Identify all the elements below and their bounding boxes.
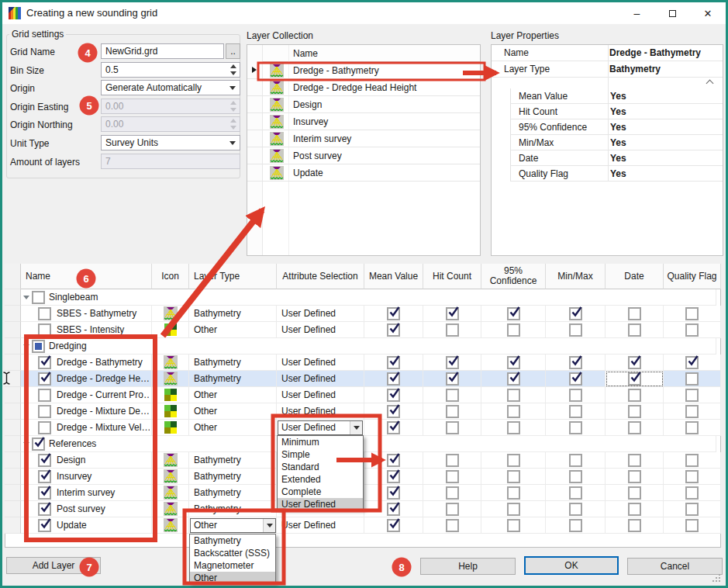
- attribute-checkbox-unchecked[interactable]: [628, 470, 641, 483]
- column-header-mean-value[interactable]: Mean Value: [364, 264, 423, 289]
- attribute-checkbox-unchecked[interactable]: [507, 503, 520, 516]
- attribute-checkbox-unchecked[interactable]: [446, 470, 459, 483]
- table-group-row-singlebeam[interactable]: Singlebeam: [21, 289, 716, 306]
- table-cell-mean-value[interactable]: [364, 517, 423, 534]
- table-cell-date[interactable]: [606, 306, 664, 322]
- table-cell-name[interactable]: Design: [21, 452, 152, 469]
- attribute-checkbox-unchecked[interactable]: [507, 421, 520, 434]
- table-cell-layer-type[interactable]: Bathymetry: [189, 501, 277, 517]
- table-row-header[interactable]: [5, 387, 21, 403]
- collection-row[interactable]: Insurvey: [247, 113, 480, 130]
- table-row-header[interactable]: [5, 322, 21, 338]
- table-cell-layer-type[interactable]: Bathymetry: [189, 469, 277, 485]
- table-row-header[interactable]: [5, 452, 21, 469]
- group-checkbox-unchecked[interactable]: [32, 291, 45, 304]
- attribute-checkbox-unchecked[interactable]: [446, 421, 459, 434]
- row-checkbox-checked[interactable]: [38, 503, 51, 516]
- attribute-checkbox-checked[interactable]: [446, 356, 459, 369]
- attribute-checkbox-unchecked[interactable]: [569, 323, 582, 337]
- collapse-button[interactable]: [707, 81, 716, 88]
- layer-type-combo-dropdown-button[interactable]: [263, 519, 275, 532]
- row-checkbox-unchecked[interactable]: [38, 421, 51, 434]
- cancel-button[interactable]: Cancel: [627, 558, 723, 575]
- table-cell-quality-flag[interactable]: [664, 469, 721, 485]
- table-cell-attribute-selection[interactable]: User Defined: [277, 517, 364, 534]
- attribute-checkbox-unchecked[interactable]: [507, 486, 520, 500]
- row-checkbox-checked[interactable]: [38, 454, 51, 467]
- help-button[interactable]: Help: [420, 558, 516, 575]
- row-checkbox-checked[interactable]: [38, 372, 51, 386]
- attribute-selection-list-option-complete[interactable]: Complete: [278, 486, 363, 498]
- table-cell-attribute-selection[interactable]: User Defined: [277, 403, 364, 420]
- table-cell-95-confidence[interactable]: [481, 371, 546, 387]
- attribute-checkbox-checked[interactable]: [569, 356, 582, 369]
- attribute-checkbox-unchecked[interactable]: [685, 503, 699, 516]
- row-checkbox-checked[interactable]: [38, 519, 51, 532]
- attribute-checkbox-checked[interactable]: [387, 405, 400, 418]
- table-row-header[interactable]: [5, 306, 21, 322]
- row-checkbox-unchecked[interactable]: [38, 389, 51, 402]
- table-row-header[interactable]: [5, 338, 21, 355]
- table-cell-min-max[interactable]: [546, 469, 606, 485]
- add-layer-button[interactable]: Add Layer: [6, 557, 101, 574]
- table-cell-name[interactable]: Post survey: [21, 501, 152, 517]
- attribute-checkbox-unchecked[interactable]: [628, 503, 641, 516]
- attribute-checkbox-unchecked[interactable]: [628, 454, 641, 467]
- attribute-checkbox-unchecked[interactable]: [685, 519, 699, 532]
- table-cell-name[interactable]: Update: [21, 517, 152, 534]
- table-cell-date[interactable]: [606, 452, 664, 469]
- table-cell-hit-count[interactable]: [423, 485, 481, 501]
- attribute-checkbox-unchecked[interactable]: [507, 470, 520, 483]
- table-cell-min-max[interactable]: [546, 501, 606, 517]
- attribute-checkbox-unchecked[interactable]: [446, 519, 459, 532]
- attribute-checkbox-unchecked[interactable]: [446, 486, 459, 500]
- attribute-checkbox-unchecked[interactable]: [628, 389, 641, 402]
- column-header-95-confidence[interactable]: 95% Confidence: [481, 264, 546, 289]
- unit-type-dropdown-button[interactable]: [226, 141, 240, 145]
- table-cell-quality-flag[interactable]: [664, 387, 721, 403]
- attribute-checkbox-checked[interactable]: [387, 454, 400, 467]
- table-cell-min-max[interactable]: [546, 322, 606, 338]
- row-checkbox-unchecked[interactable]: [38, 405, 51, 418]
- table-cell-quality-flag[interactable]: [664, 371, 721, 387]
- column-header-name[interactable]: Name: [21, 264, 152, 289]
- attribute-checkbox-unchecked[interactable]: [507, 323, 520, 337]
- table-cell-hit-count[interactable]: [423, 469, 481, 485]
- browse-button[interactable]: ..: [226, 43, 240, 59]
- group-expander-icon[interactable]: [23, 442, 29, 446]
- bin-size-stepper[interactable]: 0.5: [101, 62, 240, 78]
- table-cell-name[interactable]: Dredge - Current Pro…: [21, 387, 152, 403]
- attribute-checkbox-checked[interactable]: [569, 372, 582, 386]
- table-cell-date[interactable]: [606, 420, 664, 436]
- row-checkbox-checked[interactable]: [38, 470, 51, 483]
- attribute-checkbox-unchecked[interactable]: [628, 486, 641, 500]
- attribute-checkbox-unchecked[interactable]: [569, 421, 582, 434]
- table-cell-name[interactable]: Dredge - Mixture Vel…: [21, 420, 152, 436]
- attribute-checkbox-checked[interactable]: [387, 372, 400, 386]
- table-cell-mean-value[interactable]: [364, 322, 423, 338]
- attribute-checkbox-unchecked[interactable]: [628, 405, 641, 418]
- table-cell-quality-flag[interactable]: [664, 306, 721, 322]
- table-cell-quality-flag[interactable]: [664, 517, 721, 534]
- attribute-checkbox-checked[interactable]: [628, 372, 641, 386]
- column-header-date[interactable]: Date: [606, 264, 664, 289]
- attribute-selection-list-option-simple[interactable]: Simple: [278, 448, 363, 461]
- table-cell-layer-type[interactable]: Other: [189, 420, 277, 436]
- attribute-checkbox-checked[interactable]: [685, 356, 699, 369]
- spin-down-icon[interactable]: [230, 71, 236, 75]
- table-cell-quality-flag[interactable]: [664, 485, 721, 501]
- row-checkbox-unchecked[interactable]: [38, 323, 51, 337]
- attribute-selection-combo-dropdown-button[interactable]: [350, 421, 362, 434]
- bin-size-spinner[interactable]: [227, 63, 240, 77]
- table-row-header[interactable]: [5, 420, 21, 436]
- attribute-selection-list-option-standard[interactable]: Standard: [278, 461, 363, 473]
- table-row-header[interactable]: [5, 469, 21, 485]
- table-cell-hit-count[interactable]: [423, 387, 481, 403]
- close-button[interactable]: ✕: [690, 2, 726, 24]
- attribute-checkbox-checked[interactable]: [507, 307, 520, 320]
- table-cell-mean-value[interactable]: [364, 387, 423, 403]
- attribute-checkbox-unchecked[interactable]: [569, 470, 582, 483]
- table-cell-mean-value[interactable]: [364, 485, 423, 501]
- column-header-layer-type[interactable]: Layer Type: [189, 264, 277, 289]
- attribute-selection-list-option-user-defined[interactable]: User Defined: [278, 498, 363, 510]
